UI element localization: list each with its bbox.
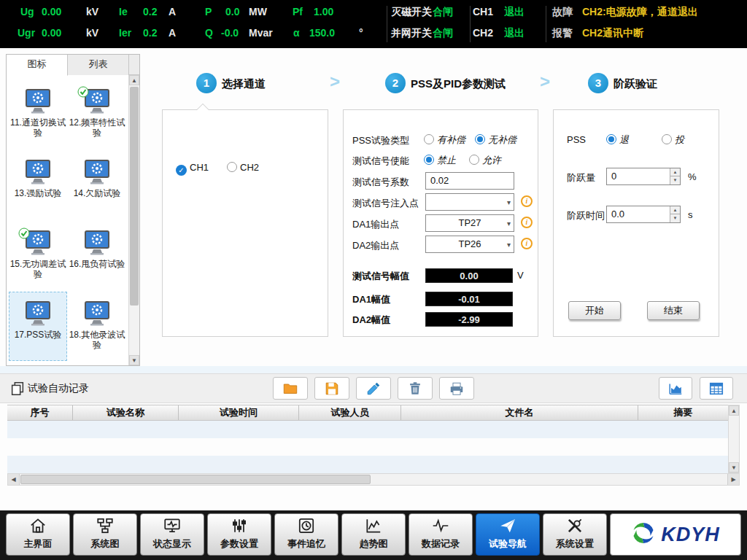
nav-parameter-settings-button[interactable]: 参数设置: [207, 513, 271, 556]
meter-label: Q: [205, 27, 213, 39]
records-title: 试验自动记录: [28, 382, 89, 395]
column-header[interactable]: 试验名称: [73, 405, 179, 420]
scroll-right-icon[interactable]: ▶: [727, 474, 739, 485]
scrollbar-thumb[interactable]: [130, 87, 139, 306]
radio-allow[interactable]: 允许: [469, 154, 501, 167]
scroll-up-icon[interactable]: ▲: [729, 405, 739, 416]
nav-event-recall-button[interactable]: 事件追忆: [274, 513, 338, 556]
table-horizontal-scrollbar[interactable]: ◀ ▶: [7, 473, 740, 486]
tab-list[interactable]: 列表: [68, 55, 129, 75]
nav-system-diagram-button[interactable]: 系统图: [73, 513, 137, 556]
scroll-up-icon[interactable]: ▲: [129, 75, 139, 85]
spin-up-icon[interactable]: ▲: [670, 206, 680, 214]
step-arrow-icon: >: [540, 71, 550, 92]
open-folder-button[interactable]: [273, 377, 308, 400]
copy-icon: [9, 381, 26, 400]
scrollbar-thumb[interactable]: [20, 475, 371, 484]
info-icon[interactable]: i: [521, 238, 533, 249]
spin-down-icon[interactable]: ▼: [670, 214, 680, 222]
end-button[interactable]: 结束: [647, 301, 700, 320]
sidebar-item-label: 11.通道切换试验: [9, 117, 66, 138]
edit-button[interactable]: [356, 377, 391, 400]
sidebar-item-11[interactable]: 11.通道切换试验: [9, 79, 67, 149]
radio-icon: [424, 134, 434, 144]
table-vertical-scrollbar[interactable]: ▲ ▼: [728, 405, 740, 473]
table-view-button[interactable]: [700, 377, 733, 400]
sidebar-item-15[interactable]: 15.无功调差试验: [9, 221, 67, 290]
monitor-gear-icon: [81, 300, 113, 328]
sidebar-item-label: 13.强励试验: [9, 188, 66, 198]
sidebar-item-16[interactable]: 16.甩负荷试验: [68, 221, 126, 290]
scroll-down-icon[interactable]: ▼: [729, 462, 739, 472]
radio-compensated[interactable]: 有补偿: [424, 133, 465, 147]
monitor-gear-icon: [22, 300, 54, 328]
nav-trend-chart-button[interactable]: 趋势图: [341, 513, 406, 556]
da2-output-select[interactable]: TP26▾: [425, 236, 514, 253]
spin-down-icon[interactable]: ▼: [670, 176, 680, 184]
scroll-left-icon[interactable]: ◀: [8, 474, 20, 485]
signal-coefficient-input[interactable]: 0.02: [425, 172, 514, 190]
spin-up-icon[interactable]: ▲: [670, 168, 680, 176]
radio-uncompensated[interactable]: 无补偿: [475, 133, 516, 147]
spinner-buttons[interactable]: ▲▼: [670, 206, 680, 222]
sidebar-item-14[interactable]: 14.欠励试验: [68, 150, 126, 219]
save-button[interactable]: [314, 377, 349, 400]
meter-value: 0.00: [42, 27, 61, 39]
info-icon[interactable]: i: [521, 195, 533, 207]
tools-icon: [543, 516, 606, 537]
step-arrow-icon: >: [330, 71, 340, 92]
radio-pss-out[interactable]: 退: [606, 133, 629, 147]
nav-status-display-button[interactable]: 状态显示: [140, 513, 204, 556]
event-clock-icon: [275, 516, 338, 537]
radio-ch1[interactable]: ✓CH1: [176, 162, 209, 176]
step-amount-stepper[interactable]: 0 ▲▼: [606, 168, 681, 185]
column-header[interactable]: 摘要: [638, 405, 728, 420]
meter-value: 0.0: [225, 6, 239, 18]
panel-notch: [197, 104, 209, 110]
sidebar-item-label: 12.频率特性试验: [69, 117, 125, 138]
print-button[interactable]: [439, 377, 474, 400]
meter-label: Ier: [119, 27, 131, 39]
spinner-buttons[interactable]: ▲▼: [670, 168, 680, 184]
folder-icon: [282, 381, 298, 397]
field-label: 测试信号系数: [352, 176, 409, 189]
sidebar-scrollbar[interactable]: ▲ ▼: [128, 75, 139, 365]
table-row: [7, 438, 728, 456]
radio-ch2[interactable]: CH2: [227, 162, 259, 173]
sidebar-item-13[interactable]: 13.强励试验: [9, 150, 67, 219]
step-time-stepper[interactable]: 0.0 ▲▼: [606, 206, 681, 223]
divider: [470, 6, 471, 42]
column-header[interactable]: 序号: [7, 405, 73, 420]
inject-point-select[interactable]: ▾: [425, 193, 514, 211]
sidebar-item-12[interactable]: 12.频率特性试验: [68, 79, 126, 149]
radio-icon: [662, 134, 672, 144]
field-label: DA1输出点: [352, 218, 399, 231]
column-header[interactable]: 试验时间: [179, 405, 299, 420]
da2-amplitude-display: -2.99: [425, 312, 513, 327]
tab-icons[interactable]: 图标: [7, 55, 68, 76]
start-button[interactable]: 开始: [568, 301, 621, 320]
info-icon[interactable]: i: [521, 217, 533, 228]
records-toolbar: 试验自动记录: [0, 373, 747, 403]
sidebar-item-17-selected[interactable]: 17.PSS试验: [9, 292, 67, 361]
column-header[interactable]: 试验人员: [299, 405, 401, 420]
table-row: [7, 421, 728, 438]
sidebar-item-18[interactable]: 18.其他录波试验: [68, 292, 126, 361]
da1-output-select[interactable]: TP27▾: [425, 214, 514, 232]
delete-button[interactable]: [398, 377, 433, 400]
nav-main-screen-button[interactable]: 主界面: [6, 513, 70, 556]
scroll-down-icon[interactable]: ▼: [129, 355, 139, 365]
nav-data-record-button[interactable]: 数据记录: [409, 513, 473, 556]
brand-logo-button[interactable]: KDYH: [610, 513, 741, 556]
radio-pss-in[interactable]: 投: [662, 133, 684, 147]
column-header[interactable]: 文件名: [401, 405, 638, 420]
monitor-gear-check-icon: [81, 88, 113, 116]
channel-state: 退出: [504, 27, 525, 40]
field-label: DA2输出点: [352, 239, 399, 252]
chart-view-button[interactable]: [659, 377, 692, 400]
nav-system-settings-button[interactable]: 系统设置: [543, 513, 607, 556]
switch-label: 并网开关: [391, 27, 432, 40]
table-grid-icon: [708, 381, 724, 397]
nav-test-navigation-button[interactable]: 试验导航: [476, 513, 540, 556]
radio-disable[interactable]: 禁止: [424, 154, 456, 167]
